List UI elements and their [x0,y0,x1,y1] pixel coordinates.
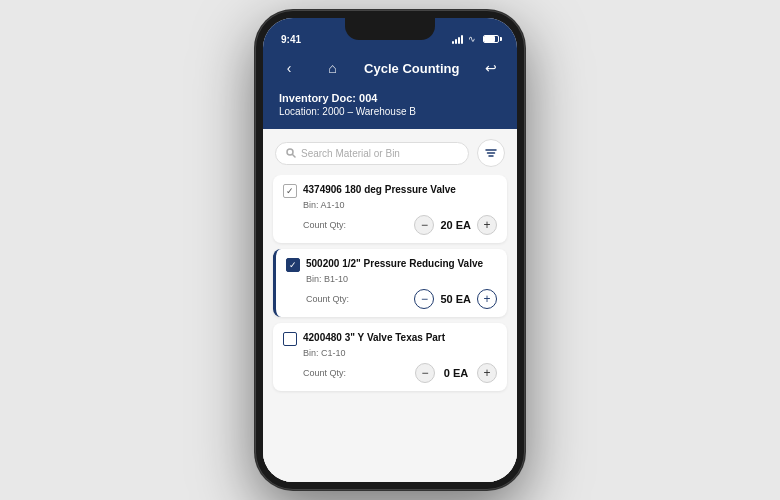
item-1-name: 4374906 180 deg Pressure Valve [303,183,497,196]
item-1-qty-label: Count Qty: [303,220,346,230]
item-3-qty-row: Count Qty: − 0 EA + [303,363,497,383]
item-2-qty-value: 50 EA [440,293,471,305]
items-list: ✓ 4374906 180 deg Pressure Valve Bin: A1… [263,175,517,482]
item-3-qty-controls: − 0 EA + [415,363,497,383]
item-2-bin: Bin: B1-10 [306,274,497,284]
item-2-qty-controls: − 50 EA + [414,289,497,309]
battery-icon [483,35,499,43]
filter-icon [485,148,497,158]
item-card-1: ✓ 4374906 180 deg Pressure Valve Bin: A1… [273,175,507,243]
search-placeholder: Search Material or Bin [301,148,400,159]
search-row: Search Material or Bin [263,129,517,175]
filter-button[interactable] [477,139,505,167]
item-3-qty-label: Count Qty: [303,368,346,378]
home-button[interactable]: ⌂ [321,60,345,76]
nav-bar: ‹ ⌂ Cycle Counting ↩ [263,54,517,86]
item-3-name: 4200480 3" Y Valve Texas Part [303,331,497,344]
item-3-bin: Bin: C1-10 [303,348,497,358]
item-header-2: ✓ 500200 1/2" Pressure Reducing Valve [286,257,497,272]
item-3-increment[interactable]: + [477,363,497,383]
back-button[interactable]: ‹ [277,60,301,76]
search-icon [286,148,296,158]
signal-icon [452,35,463,44]
phone-device: 9:41 ∿ ‹ ⌂ Cycle Counting ↩ [255,10,525,490]
item-2-checkbox[interactable]: ✓ [286,258,300,272]
item-card-3: 4200480 3" Y Valve Texas Part Bin: C1-10… [273,323,507,391]
item-3-checkbox[interactable] [283,332,297,346]
item-2-increment[interactable]: + [477,289,497,309]
item-1-decrement[interactable]: − [414,215,434,235]
item-2-qty-label: Count Qty: [306,294,349,304]
inventory-doc: Inventory Doc: 004 [279,92,501,104]
status-time: 9:41 [281,34,301,45]
item-1-bin: Bin: A1-10 [303,200,497,210]
info-section: Inventory Doc: 004 Location: 2000 – Ware… [263,86,517,129]
phone-notch [345,18,435,40]
nav-title: Cycle Counting [364,61,459,76]
item-2-decrement[interactable]: − [414,289,434,309]
item-3-qty-value: 0 EA [441,367,471,379]
item-3-decrement[interactable]: − [415,363,435,383]
item-header-3: 4200480 3" Y Valve Texas Part [283,331,497,346]
phone-screen: 9:41 ∿ ‹ ⌂ Cycle Counting ↩ [263,18,517,482]
status-icons: ∿ [452,34,499,44]
item-2-name: 500200 1/2" Pressure Reducing Valve [306,257,497,270]
content-area: Search Material or Bin ✓ [263,129,517,482]
item-1-increment[interactable]: + [477,215,497,235]
item-card-2: ✓ 500200 1/2" Pressure Reducing Valve Bi… [273,249,507,317]
undo-button[interactable]: ↩ [479,60,503,76]
item-1-qty-row: Count Qty: − 20 EA + [303,215,497,235]
item-2-qty-row: Count Qty: − 50 EA + [306,289,497,309]
location-info: Location: 2000 – Warehouse B [279,106,501,117]
item-1-qty-value: 20 EA [440,219,471,231]
search-box[interactable]: Search Material or Bin [275,142,469,165]
item-1-checkbox[interactable]: ✓ [283,184,297,198]
wifi-icon: ∿ [468,34,476,44]
item-1-qty-controls: − 20 EA + [414,215,497,235]
item-header-1: ✓ 4374906 180 deg Pressure Valve [283,183,497,198]
svg-line-1 [293,155,296,158]
